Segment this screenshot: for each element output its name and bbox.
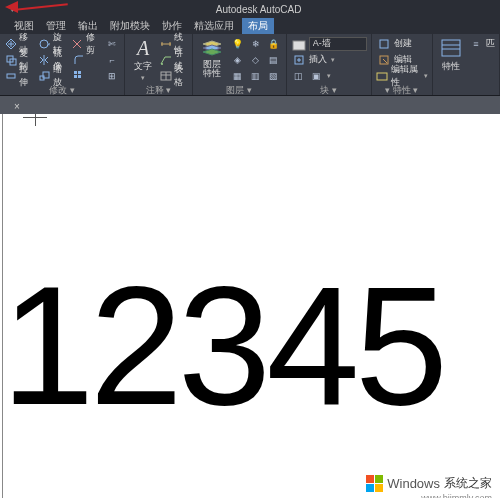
watermark-url: www.bjjmmlv.com [421,493,492,498]
app-title: Autodesk AutoCAD [216,4,302,15]
linear-dim-icon[interactable] [160,36,172,52]
create-block-icon[interactable] [376,36,392,52]
tab-addons[interactable]: 附加模块 [106,19,154,33]
tab-layout[interactable]: 布局 [242,18,274,34]
insert-label: 插入 [309,53,327,66]
modify-extra-3-icon[interactable]: ⊞ [104,68,120,84]
crosshair-vertical [35,114,36,126]
fillet-icon[interactable] [71,52,87,68]
match-label: 匹 [486,37,495,50]
edit-attr-icon[interactable] [376,68,390,84]
table-icon[interactable] [160,68,172,84]
insert-icon[interactable] [291,52,307,68]
panel-properties: 特性 ≡匹 [433,34,500,95]
svg-rect-18 [377,73,387,80]
panel-annotation-label[interactable]: 注释 ▾ [129,83,187,97]
document-tab-bar: × [0,96,500,114]
layer-misc4-icon[interactable]: ▦ [230,68,246,84]
watermark-site: 系统之家 [444,475,492,492]
layer-misc3-icon[interactable]: ▤ [266,52,282,68]
modify-extra-2-icon[interactable]: ⌐ [104,52,120,68]
panel-modify: 移动 复制 拉伸 旋转 镜像 [0,34,125,95]
watermark: Windows 系统之家 [366,475,492,492]
layer-misc1-icon[interactable]: ◈ [230,52,246,68]
panel-block: 插入 ▾ ◫ ▣ ▾ 块 ▾ [287,34,372,95]
crosshair-horizontal [23,117,47,118]
ribbon-tabs: 视图 管理 输出 附加模块 协作 精选应用 布局 [0,18,500,34]
layer-freeze-icon[interactable]: ❄ [248,36,264,52]
svg-rect-16 [380,40,388,48]
layer-props-label: 图层 特性 [199,60,225,78]
panel-modify-label[interactable]: 修改 ▾ [4,83,120,97]
layer-lock-icon[interactable]: 🔒 [266,36,282,52]
layer-props-icon [200,37,224,59]
annotation-arrow [5,2,75,16]
panel-props-label[interactable]: ▾ 特性 ▾ [376,83,428,97]
drawing-canvas[interactable]: 12345 Windows 系统之家 www.bjjmmlv.com [2,114,500,498]
svg-rect-6 [74,71,77,74]
text-icon: A [131,37,155,59]
block-preview-icon [291,36,307,52]
layer-misc5-icon[interactable]: ▥ [248,68,264,84]
rotate-icon[interactable] [37,36,50,52]
svg-rect-2 [7,74,15,78]
tab-featured[interactable]: 精选应用 [190,19,238,33]
svg-rect-14 [293,41,305,50]
edit-block-icon[interactable] [376,52,392,68]
tab-close-button[interactable]: × [8,99,26,114]
scale-icon[interactable] [37,68,50,84]
layer-bulb-icon[interactable]: 💡 [230,36,246,52]
windows-logo-icon [366,475,383,492]
panel-block-label[interactable]: 块 ▾ [291,83,367,97]
svg-point-3 [40,40,48,48]
text-button[interactable]: A 文字 ▾ [129,36,157,83]
modify-extra-1-icon[interactable]: ✄ [104,36,120,52]
move-icon[interactable] [4,36,17,52]
text-label: 文字 [134,60,152,73]
properties-button[interactable]: 特性 [437,36,465,74]
leader-icon[interactable] [160,52,172,68]
match-props-icon[interactable]: ≡ [468,36,484,52]
svg-rect-8 [74,75,77,78]
block-misc1-icon[interactable]: ◫ [291,68,307,84]
layer-misc6-icon[interactable]: ▧ [266,68,282,84]
panel-block-edit: 创建 编辑 编辑属性 ▾ ▾ 特性 ▾ [372,34,433,95]
title-bar: ▾ Autodesk AutoCAD [0,0,500,18]
properties-icon [439,37,463,59]
copy-icon[interactable] [4,52,17,68]
array-icon[interactable] [71,68,87,84]
properties-label: 特性 [442,60,460,73]
block-misc2-icon[interactable]: ▣ [309,68,325,84]
svg-rect-7 [78,71,81,74]
watermark-brand: Windows [387,476,440,491]
ribbon: 移动 复制 拉伸 旋转 镜像 [0,34,500,96]
drawing-text-content: 12345 [2,250,443,443]
layer-misc2-icon[interactable]: ◇ [248,52,264,68]
panel-annotation: A 文字 ▾ 线性 引线 表格 注释 ▾ [125,34,192,95]
create-label: 创建 [394,37,412,50]
block-name-dropdown[interactable] [309,37,367,51]
trim-icon[interactable] [71,36,84,52]
svg-rect-9 [78,75,81,78]
svg-point-10 [161,63,163,65]
panel-layer: 图层 特性 💡❄🔒 ◈◇▤ ▦▥▧ 图层 ▾ [193,34,287,95]
svg-rect-19 [442,40,460,56]
layer-props-button[interactable]: 图层 特性 [197,36,227,79]
panel-layer-label[interactable]: 图层 ▾ [197,83,282,97]
mirror-icon[interactable] [37,52,50,68]
stretch-icon[interactable] [4,68,17,84]
